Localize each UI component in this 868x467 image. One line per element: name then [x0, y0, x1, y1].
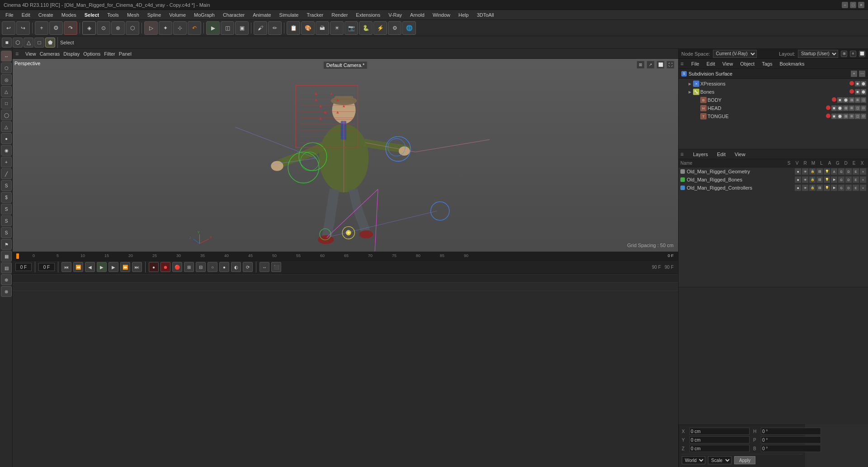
menu-mesh[interactable]: Mesh — [123, 11, 143, 19]
menu-arnold[interactable]: Arnold — [406, 11, 428, 19]
apply-button[interactable]: Apply — [734, 456, 755, 464]
object-row-xpressions[interactable]: ▶ ✕ XPressions ◼ ⬤ — [679, 80, 868, 88]
sidebar-tool1-btn[interactable]: ⚑ — [1, 239, 12, 250]
viewport-menu-icon[interactable]: ≡ — [15, 51, 22, 57]
object-manager-close-btn[interactable]: × — [851, 71, 857, 77]
layer-bone-icon-l[interactable]: 💡 — [824, 176, 830, 183]
sidebar-cylinder-btn[interactable]: ◯ — [1, 110, 12, 120]
mode-btn-2[interactable]: ⬡ — [13, 38, 23, 48]
sidebar-cone-btn[interactable]: △ — [1, 121, 12, 132]
head-expand-arrow[interactable]: ▶ — [695, 106, 699, 110]
object-manager-menu-icon[interactable]: ≡ — [680, 61, 687, 67]
auto-key-button[interactable]: 🔴 — [172, 262, 182, 272]
menu-mograph[interactable]: MoGraph — [190, 11, 218, 19]
menu-character[interactable]: Character — [219, 11, 248, 19]
sidebar-line-btn[interactable]: ╱ — [1, 168, 12, 179]
sidebar-lasso-btn[interactable]: ◎ — [1, 74, 12, 85]
viewport-icon-3[interactable]: ⬜ — [656, 61, 665, 69]
layer-bone-icon-e[interactable]: E — [853, 176, 859, 183]
camera-button[interactable]: 📷 — [344, 21, 358, 35]
tab-bookmarks[interactable]: Bookmarks — [777, 60, 807, 67]
object-manager-button[interactable]: 📋 — [287, 21, 300, 35]
mode-poly-button[interactable]: ⬡ — [126, 21, 139, 35]
layer-row-geometry[interactable]: Old_Man_Rigged_Geometry ■ 👁 🔒 ▤ 💡 A G D … — [679, 167, 868, 176]
record-button[interactable]: ● — [149, 262, 159, 272]
menu-help[interactable]: Help — [455, 11, 472, 19]
menu-3dtoall[interactable]: 3DToAll — [473, 11, 498, 19]
timeline-ruler[interactable]: 0 5 10 15 20 25 30 35 40 45 50 55 60 65 … — [13, 252, 678, 261]
window-controls[interactable]: − □ × — [842, 2, 864, 8]
move-tool-button[interactable]: ✦ — [159, 21, 172, 35]
rot-b-input[interactable] — [761, 445, 821, 452]
layer-bone-icon-x[interactable]: × — [860, 176, 866, 183]
tongue-btn3[interactable]: ▤ — [843, 114, 849, 119]
sidebar-tool2-btn[interactable]: ▦ — [1, 251, 12, 262]
layer-icon-d[interactable]: D — [845, 168, 852, 175]
undo-button[interactable]: ↩ — [2, 21, 15, 35]
sidebar-box-btn[interactable]: □ — [1, 98, 12, 109]
layer-row-bones[interactable]: Old_Man_Rigged_Bones ■ 👁 🔒 ▤ 💡 ▶ G D E × — [679, 176, 868, 184]
layers-edit-tab[interactable]: Edit — [714, 151, 728, 158]
coord-system-select[interactable]: World — [682, 456, 705, 464]
go-to-start-button[interactable]: ⏮ — [61, 262, 71, 272]
object-manager-dots-btn[interactable]: ⋯ — [859, 71, 865, 77]
timeline-mode1[interactable]: ↔ — [259, 262, 269, 272]
node-space-select[interactable]: Current (V-Ray) — [713, 50, 757, 58]
viewport-menu-panel[interactable]: Panel — [119, 51, 132, 57]
light-button[interactable]: ☀ — [330, 21, 344, 35]
sidebar-sphere-btn[interactable]: ● — [1, 133, 12, 144]
menu-animate[interactable]: Animate — [249, 11, 274, 19]
layer-ctrl-icon-a[interactable]: ▶ — [831, 185, 837, 191]
mode-vertex-button[interactable]: ⊙ — [97, 21, 110, 35]
viewport-menu-cameras[interactable]: Cameras — [40, 51, 60, 57]
layer-icon-m[interactable]: ▤ — [816, 168, 823, 175]
layer-bone-icon-m[interactable]: ▤ — [816, 176, 823, 183]
layer-icon-e[interactable]: E — [853, 168, 859, 175]
sidebar-move-btn[interactable]: ↔ — [1, 51, 12, 62]
scene-button[interactable]: 🏔 — [316, 21, 329, 35]
timeline-mode2[interactable]: ⬛ — [271, 262, 281, 272]
rotate-button[interactable]: ↷ — [64, 21, 77, 35]
pos-y-input[interactable] — [689, 436, 750, 443]
body-expand-arrow[interactable]: ▶ — [695, 98, 699, 102]
current-frame-input[interactable] — [15, 263, 32, 271]
mode-btn-5[interactable]: ⬟ — [45, 38, 55, 48]
key-mode2-button[interactable]: ⊟ — [196, 262, 206, 272]
sidebar-disk-btn[interactable]: ◉ — [1, 145, 12, 156]
head-btn5[interactable]: ◫ — [855, 105, 860, 111]
tab-view[interactable]: View — [720, 60, 736, 67]
bones-expand-arrow[interactable]: ▶ — [688, 90, 692, 94]
sidebar-s3-btn[interactable]: S — [1, 227, 12, 238]
material-manager-button[interactable]: 🎨 — [301, 21, 315, 35]
key-mode6-button[interactable]: ⟳ — [243, 262, 253, 272]
tongue-btn6[interactable]: ⊡ — [861, 114, 866, 119]
mode-model-button[interactable]: ◈ — [82, 21, 96, 35]
pos-z-input[interactable] — [689, 445, 750, 452]
menu-simulate[interactable]: Simulate — [276, 11, 302, 19]
network-button[interactable]: 🌐 — [402, 21, 416, 35]
viewport-icon-4[interactable]: ⛶ — [666, 61, 675, 69]
key-mode3-button[interactable]: ○ — [208, 262, 217, 272]
tab-object[interactable]: Object — [737, 60, 757, 67]
paint-button[interactable]: 🖌 — [254, 21, 267, 35]
sidebar-poly-btn[interactable]: △ — [1, 86, 12, 97]
next-frame-button[interactable]: ⏩ — [120, 262, 130, 272]
transform-mode-select[interactable]: Scale — [708, 456, 731, 464]
layer-icon-g[interactable]: G — [838, 168, 844, 175]
layer-icon-a[interactable]: A — [831, 168, 837, 175]
viewport-menu-filter[interactable]: Filter — [104, 51, 115, 57]
menu-spline[interactable]: Spline — [144, 11, 165, 19]
mode-btn-1[interactable]: ■ — [2, 38, 12, 48]
bones-btn1[interactable]: ◼ — [855, 89, 860, 95]
timeline-track-1[interactable] — [13, 275, 678, 283]
viewport-icon-1[interactable]: ⊞ — [637, 61, 645, 69]
viewport-icon-2[interactable]: ↗ — [646, 61, 655, 69]
body-btn1[interactable]: ◼ — [837, 97, 843, 103]
layers-menu-icon[interactable]: ≡ — [680, 151, 687, 157]
tab-edit[interactable]: Edit — [704, 60, 718, 67]
body-btn4[interactable]: ⊞ — [855, 97, 860, 103]
rot-p-input[interactable] — [761, 436, 821, 443]
menu-edit[interactable]: Edit — [18, 11, 34, 19]
next-key-button[interactable]: ▶ — [108, 262, 118, 272]
layers-view-tab[interactable]: View — [732, 151, 748, 158]
